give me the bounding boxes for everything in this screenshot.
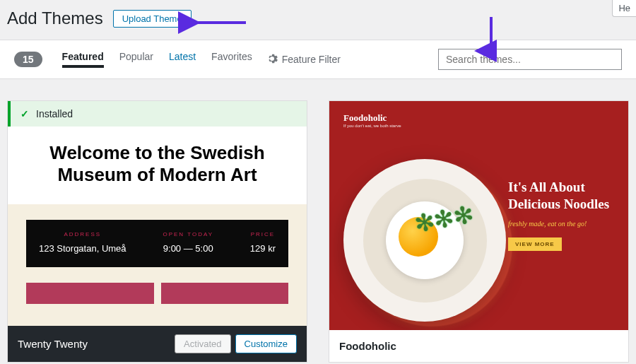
activated-button: Activated: [175, 334, 230, 353]
upload-theme-button[interactable]: Upload Theme: [113, 10, 192, 28]
themes-grid: ✓ Installed Welcome to the Swedish Museu…: [0, 79, 636, 364]
info-value: 129 kr: [250, 243, 276, 254]
annotation-arrow-search: [481, 16, 509, 61]
preview-view-more: VIEW MORE: [508, 237, 562, 251]
preview-brand: Foodoholic: [343, 112, 614, 124]
info-value: 9:00 — 5:00: [163, 243, 213, 254]
page-header: Add Themes Upload Theme: [0, 0, 636, 40]
annotation-arrow-upload: [191, 14, 247, 34]
theme-name: Twenty Twenty: [18, 338, 170, 350]
preview-headline: It's All About Delicious Noodles: [508, 179, 628, 213]
info-label: PRICE: [250, 231, 276, 237]
installed-status-bar: ✓ Installed: [8, 101, 307, 127]
filter-bar: 15 Featured Popular Latest Favorites Fea…: [0, 40, 636, 79]
bowl-graphic: ✻✻✻: [343, 159, 506, 322]
check-icon: ✓: [20, 108, 29, 119]
preview-hero-text: Welcome to the Swedish Museum of Modern …: [28, 142, 287, 186]
tab-favorites[interactable]: Favorites: [211, 51, 252, 68]
gear-icon: [266, 53, 278, 66]
preview-tagline: If you don't eat, we both starve: [343, 124, 614, 128]
feature-filter-label: Feature Filter: [282, 54, 341, 65]
page-title: Add Themes: [7, 8, 103, 28]
theme-card-footer: Foodoholic: [329, 330, 628, 362]
theme-name: Foodoholic: [339, 340, 396, 352]
feature-filter-button[interactable]: Feature Filter: [266, 53, 341, 66]
info-label: OPEN TODAY: [163, 231, 213, 237]
theme-count-badge: 15: [14, 52, 42, 67]
theme-preview: Welcome to the Swedish Museum of Modern …: [8, 127, 307, 326]
info-label: ADDRESS: [39, 231, 126, 237]
search-input[interactable]: [438, 49, 622, 70]
theme-preview: Foodoholic If you don't eat, we both sta…: [329, 101, 628, 330]
help-button[interactable]: He: [612, 0, 636, 17]
tab-featured[interactable]: Featured: [62, 51, 104, 68]
info-value: 123 Storgatan, Umeå: [39, 243, 126, 254]
customize-button[interactable]: Customize: [235, 334, 297, 353]
theme-card-foodoholic[interactable]: Foodoholic If you don't eat, we both sta…: [329, 100, 629, 363]
tab-popular[interactable]: Popular: [119, 51, 153, 68]
filter-tabs: Featured Popular Latest Favorites: [62, 51, 252, 68]
theme-card-twenty-twenty[interactable]: ✓ Installed Welcome to the Swedish Museu…: [7, 100, 307, 363]
theme-card-footer: Twenty Twenty Activated Customize: [8, 326, 307, 362]
preview-subhead: freshly made, eat on the go!: [508, 220, 628, 228]
installed-label: Installed: [36, 108, 73, 119]
tab-latest[interactable]: Latest: [169, 51, 196, 68]
